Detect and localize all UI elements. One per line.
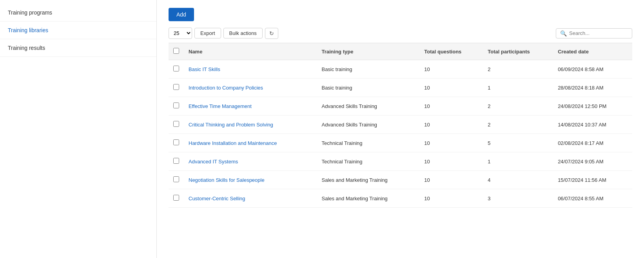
row-name-link[interactable]: Hardware Installation and Maintenance bbox=[189, 140, 277, 146]
table-row: Negotiation Skills for SalespeopleSales … bbox=[169, 171, 632, 189]
row-checkbox-cell bbox=[169, 134, 184, 152]
col-header-name: Name bbox=[184, 43, 317, 60]
row-checkbox[interactable] bbox=[173, 158, 179, 164]
row-name-link[interactable]: Negotiation Skills for Salespeople bbox=[189, 177, 265, 183]
row-checkbox[interactable] bbox=[173, 121, 179, 127]
row-checkbox-cell bbox=[169, 189, 184, 208]
table-row: Basic IT SkillsBasic training10206/09/20… bbox=[169, 60, 632, 79]
row-checkbox-cell bbox=[169, 152, 184, 171]
row-name-link[interactable]: Customer-Centric Selling bbox=[189, 196, 245, 201]
row-checkbox[interactable] bbox=[173, 195, 179, 201]
row-checkbox[interactable] bbox=[173, 66, 179, 71]
cell-total-participants: 4 bbox=[483, 171, 553, 189]
sidebar-item-training-libraries[interactable]: Training libraries bbox=[0, 22, 156, 39]
cell-name: Customer-Centric Selling bbox=[184, 189, 317, 208]
cell-training-type: Sales and Marketing Training bbox=[317, 171, 419, 189]
row-name-link[interactable]: Basic IT Skills bbox=[189, 66, 220, 72]
cell-training-type: Advanced Skills Training bbox=[317, 97, 419, 115]
cell-total-participants: 5 bbox=[483, 134, 553, 152]
cell-total-questions: 10 bbox=[419, 189, 483, 208]
cell-total-questions: 10 bbox=[419, 171, 483, 189]
cell-total-participants: 2 bbox=[483, 115, 553, 134]
col-header-total-questions: Total questions bbox=[419, 43, 483, 60]
cell-training-type: Technical Training bbox=[317, 134, 419, 152]
search-input[interactable] bbox=[569, 30, 628, 36]
cell-total-participants: 1 bbox=[483, 152, 553, 171]
cell-total-participants: 3 bbox=[483, 189, 553, 208]
add-button[interactable]: Add bbox=[169, 8, 194, 21]
cell-created-date: 06/09/2024 8:58 AM bbox=[553, 60, 632, 79]
cell-name: Hardware Installation and Maintenance bbox=[184, 134, 317, 152]
cell-name: Advanced IT Systems bbox=[184, 152, 317, 171]
row-checkbox[interactable] bbox=[173, 102, 179, 108]
table-row: Customer-Centric SellingSales and Market… bbox=[169, 189, 632, 208]
col-header-total-participants: Total participants bbox=[483, 43, 553, 60]
row-checkbox[interactable] bbox=[173, 139, 179, 145]
row-name-link[interactable]: Critical Thinking and Problem Solving bbox=[189, 122, 273, 128]
row-name-link[interactable]: Introduction to Company Policies bbox=[189, 85, 263, 91]
search-icon: 🔍 bbox=[560, 30, 567, 37]
sidebar: Training programsTraining librariesTrain… bbox=[0, 0, 157, 258]
row-checkbox-cell bbox=[169, 60, 184, 79]
table-row: Critical Thinking and Problem SolvingAdv… bbox=[169, 115, 632, 134]
row-checkbox-cell bbox=[169, 115, 184, 134]
row-checkbox[interactable] bbox=[173, 176, 179, 182]
cell-total-participants: 2 bbox=[483, 60, 553, 79]
cell-training-type: Basic training bbox=[317, 60, 419, 79]
select-all-checkbox[interactable] bbox=[173, 48, 179, 54]
per-page-select[interactable]: 102550100 bbox=[169, 27, 192, 39]
cell-training-type: Advanced Skills Training bbox=[317, 115, 419, 134]
cell-name: Basic IT Skills bbox=[184, 60, 317, 79]
table-row: Hardware Installation and MaintenanceTec… bbox=[169, 134, 632, 152]
sidebar-item-training-results[interactable]: Training results bbox=[0, 39, 156, 57]
cell-created-date: 14/08/2024 10:37 AM bbox=[553, 115, 632, 134]
row-checkbox[interactable] bbox=[173, 84, 179, 90]
cell-training-type: Basic training bbox=[317, 79, 419, 97]
col-header-training-type: Training type bbox=[317, 43, 419, 60]
header-checkbox-col bbox=[169, 43, 184, 60]
cell-total-questions: 10 bbox=[419, 115, 483, 134]
row-name-link[interactable]: Effective Time Management bbox=[189, 103, 252, 109]
refresh-button[interactable]: ↻ bbox=[265, 28, 278, 39]
data-table: Name Training type Total questions Total… bbox=[169, 43, 632, 208]
cell-created-date: 02/08/2024 8:17 AM bbox=[553, 134, 632, 152]
table-row: Advanced IT SystemsTechnical Training101… bbox=[169, 152, 632, 171]
cell-name: Negotiation Skills for Salespeople bbox=[184, 171, 317, 189]
cell-name: Effective Time Management bbox=[184, 97, 317, 115]
cell-total-questions: 10 bbox=[419, 79, 483, 97]
cell-total-questions: 10 bbox=[419, 60, 483, 79]
refresh-icon: ↻ bbox=[269, 30, 274, 37]
col-header-created-date: Created date bbox=[553, 43, 632, 60]
cell-name: Introduction to Company Policies bbox=[184, 79, 317, 97]
cell-total-questions: 10 bbox=[419, 152, 483, 171]
toolbar-bar: 102550100 Export Bulk actions ↻ 🔍 bbox=[169, 27, 632, 39]
cell-created-date: 24/08/2024 12:50 PM bbox=[553, 97, 632, 115]
search-wrapper: 🔍 bbox=[556, 28, 632, 38]
row-name-link[interactable]: Advanced IT Systems bbox=[189, 159, 238, 165]
main-content: Add 102550100 Export Bulk actions ↻ 🔍 Na… bbox=[157, 0, 644, 258]
cell-created-date: 15/07/2024 11:56 AM bbox=[553, 171, 632, 189]
cell-created-date: 24/07/2024 9:05 AM bbox=[553, 152, 632, 171]
cell-total-participants: 2 bbox=[483, 97, 553, 115]
row-checkbox-cell bbox=[169, 97, 184, 115]
cell-training-type: Technical Training bbox=[317, 152, 419, 171]
cell-total-questions: 10 bbox=[419, 134, 483, 152]
cell-created-date: 28/08/2024 8:18 AM bbox=[553, 79, 632, 97]
cell-total-participants: 1 bbox=[483, 79, 553, 97]
toolbar-top: Add bbox=[169, 8, 632, 21]
table-row: Effective Time ManagementAdvanced Skills… bbox=[169, 97, 632, 115]
bulk-actions-button[interactable]: Bulk actions bbox=[223, 28, 263, 38]
cell-name: Critical Thinking and Problem Solving bbox=[184, 115, 317, 134]
export-button[interactable]: Export bbox=[194, 28, 221, 38]
row-checkbox-cell bbox=[169, 79, 184, 97]
row-checkbox-cell bbox=[169, 171, 184, 189]
cell-total-questions: 10 bbox=[419, 97, 483, 115]
table-body: Basic IT SkillsBasic training10206/09/20… bbox=[169, 60, 632, 208]
table-header: Name Training type Total questions Total… bbox=[169, 43, 632, 60]
table-row: Introduction to Company PoliciesBasic tr… bbox=[169, 79, 632, 97]
cell-created-date: 06/07/2024 8:55 AM bbox=[553, 189, 632, 208]
cell-training-type: Sales and Marketing Training bbox=[317, 189, 419, 208]
sidebar-item-training-programs[interactable]: Training programs bbox=[0, 4, 156, 22]
